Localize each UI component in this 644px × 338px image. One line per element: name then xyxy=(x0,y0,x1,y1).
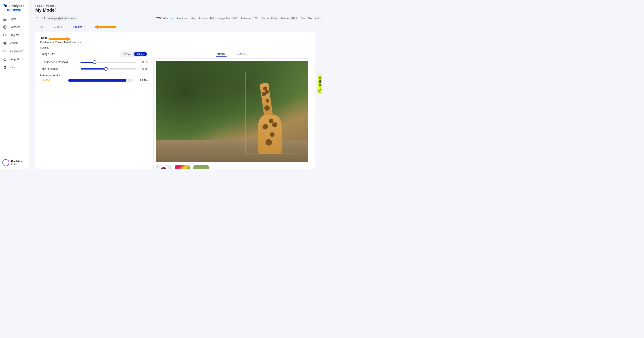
preview-tab-image[interactable]: Image xyxy=(216,51,226,56)
account-plan: FREE xyxy=(11,163,22,166)
separator-dot xyxy=(172,18,173,19)
breadcrumb-home[interactable]: Home xyxy=(35,4,42,7)
brand-logo: ultralytics xyxy=(0,3,29,10)
test-card: Test Preview Your Trained Model in Actio… xyxy=(35,32,315,169)
sidebar-footer[interactable]: Ultralytics FREE xyxy=(0,159,29,166)
svg-point-10 xyxy=(44,18,45,18)
sidebar-item-label: Support xyxy=(10,58,19,61)
test-settings-panel: Image Size 320px 640px Confidence Thresh… xyxy=(40,51,148,169)
owner-email-pill[interactable]: developer@ultralytics.com xyxy=(41,16,78,21)
confidence-value: 0.25 xyxy=(139,60,148,64)
stat-batch-size: Batch SizeAuto xyxy=(301,16,322,20)
sidebar-item-trash[interactable]: Trash xyxy=(0,64,29,71)
svg-point-17 xyxy=(319,89,321,92)
iou-value: 0.45 xyxy=(139,67,148,70)
lock-icon xyxy=(35,16,38,20)
test-subtitle: Preview Your Trained Model in Action xyxy=(40,41,310,44)
svg-point-5 xyxy=(5,60,5,60)
preview-image-container xyxy=(154,58,310,169)
sidebar-nav: Home Datasets Projects Models Integratio… xyxy=(0,16,29,72)
image-size-640[interactable]: 640px xyxy=(134,52,147,56)
sidebar-item-label: Projects xyxy=(10,34,19,37)
more-options-button[interactable] xyxy=(313,7,317,11)
svg-point-6 xyxy=(314,7,315,8)
trash-icon xyxy=(3,66,7,69)
user-icon xyxy=(44,17,46,20)
thumbnail-2[interactable] xyxy=(175,165,190,169)
svg-rect-9 xyxy=(36,18,38,19)
inference-results-label: Inference results xyxy=(40,74,148,77)
test-preview-panel: Image Camera xyxy=(154,51,310,169)
model-tabs: Train Charts Preview xyxy=(35,24,322,30)
settings-label: Settings xyxy=(40,46,310,49)
svg-point-7 xyxy=(314,8,315,9)
sidebar-item-label: Home xyxy=(10,18,16,20)
stat-cache: CacheNone xyxy=(262,16,279,20)
help-icon xyxy=(3,58,7,61)
ultralytics-icon xyxy=(3,3,7,8)
test-title: Test xyxy=(40,36,310,40)
stat-device: DeviceGPU xyxy=(281,16,298,20)
label-confidence: Confidence Threshold xyxy=(40,60,78,64)
brand-subtitle: HUB BETA xyxy=(0,9,29,12)
preview-image[interactable] xyxy=(156,61,308,162)
feedback-tab[interactable]: Feedback xyxy=(318,75,322,94)
brand-name: ultralytics xyxy=(8,4,24,8)
thumbnail-1[interactable] xyxy=(156,165,172,169)
sidebar-item-label: Datasets xyxy=(10,26,20,28)
image-icon xyxy=(3,25,7,29)
model-architecture: YOLOv8n xyxy=(156,17,168,20)
account-name: Ultralytics xyxy=(11,160,22,163)
stat-epochs: Epochs100 xyxy=(199,16,216,20)
svg-point-8 xyxy=(314,10,315,10)
sidebar-item-datasets[interactable]: Datasets xyxy=(0,24,29,31)
tab-preview[interactable]: Preview xyxy=(71,24,82,30)
result-row-giraffe: giraffe 88.7% xyxy=(40,79,148,82)
layers-icon xyxy=(3,50,7,53)
feedback-label: Feedback xyxy=(319,77,321,88)
tab-charts[interactable]: Charts xyxy=(53,24,62,30)
model-info-row: developer@ultralytics.com YOLOv8n Pretra… xyxy=(35,16,322,21)
stat-patience: Patience100 xyxy=(241,16,259,20)
sidebar-item-projects[interactable]: Projects xyxy=(0,32,29,39)
confidence-slider[interactable] xyxy=(80,62,136,63)
stat-image-size: Image Size640 xyxy=(218,16,239,20)
svg-point-3 xyxy=(4,26,5,27)
page-title: My Model xyxy=(35,8,322,13)
image-size-320[interactable]: 320px xyxy=(121,52,134,56)
command-icon xyxy=(3,41,7,45)
avatar xyxy=(2,159,10,166)
iou-slider[interactable] xyxy=(80,68,136,70)
breadcrumb-models[interactable]: Models xyxy=(46,4,54,7)
svg-point-19 xyxy=(320,90,320,90)
stat-pretrained: PretrainedYes xyxy=(177,16,197,20)
home-icon xyxy=(3,17,7,21)
label-iou: IoU Threshold xyxy=(40,67,78,70)
label-image-size: Image Size xyxy=(40,52,55,56)
sidebar-item-label: Trash xyxy=(10,66,16,69)
result-confidence-value: 88.7% xyxy=(136,79,148,82)
sidebar-item-home[interactable]: Home xyxy=(0,16,29,22)
main-content: Home > Models > My Model developer@ultra… xyxy=(29,0,322,169)
thumbnail-3[interactable] xyxy=(194,165,209,169)
sample-thumbnails xyxy=(156,165,308,169)
detection-bbox xyxy=(246,71,297,154)
svg-point-18 xyxy=(319,90,320,90)
sidebar-item-integrations[interactable]: Integrations xyxy=(0,48,29,55)
breadcrumb: Home > Models > xyxy=(35,4,322,7)
folder-icon xyxy=(3,33,7,37)
smiley-icon xyxy=(318,89,321,92)
result-class-name: giraffe xyxy=(40,79,65,82)
sidebar-item-label: Integrations xyxy=(10,50,24,53)
owner-email: developer@ultralytics.com xyxy=(47,17,76,20)
sidebar-item-support[interactable]: Support xyxy=(0,56,29,63)
sidebar-item-models[interactable]: Models xyxy=(0,40,29,47)
result-confidence-bar xyxy=(68,79,133,82)
image-size-toggle: 320px 640px xyxy=(120,51,148,57)
preview-source-tabs: Image Camera xyxy=(154,51,310,56)
sidebar-item-label: Models xyxy=(10,42,18,45)
preview-tab-camera[interactable]: Camera xyxy=(236,51,248,56)
tab-train[interactable]: Train xyxy=(37,24,45,30)
sidebar: ultralytics HUB BETA Home Datasets Proje… xyxy=(0,0,29,169)
svg-point-1 xyxy=(5,5,7,7)
